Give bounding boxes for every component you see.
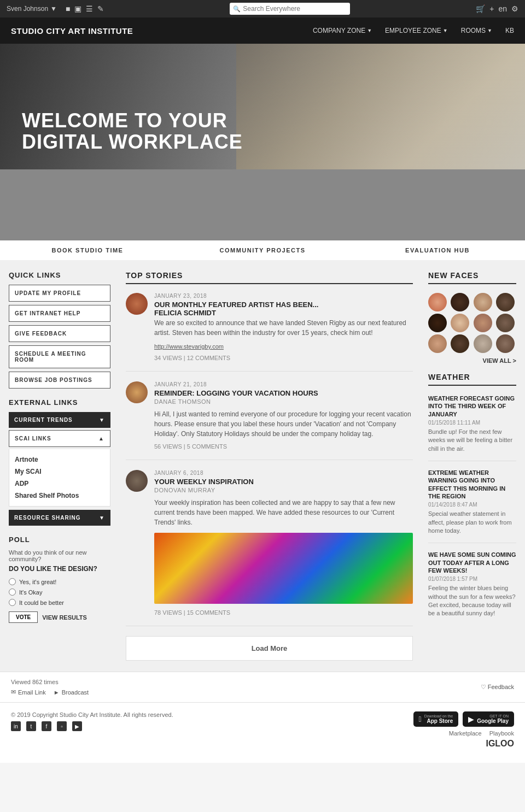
apple-icon:  xyxy=(419,715,422,723)
quick-image-evaluation[interactable]: EVALUATION HUB xyxy=(350,169,525,260)
hero-title: WELCOME TO YOUR DIGITAL WORKPLACE xyxy=(22,110,243,153)
weather-3-title: WE HAVE SOME SUN COMING OUT TODAY AFTER … xyxy=(428,551,516,574)
playbook-link[interactable]: Playbook xyxy=(489,730,514,737)
face-avatar[interactable] xyxy=(496,293,515,311)
face-avatar[interactable] xyxy=(474,334,492,353)
evaluation-label: EVALUATION HUB xyxy=(405,240,470,260)
give-feedback-btn[interactable]: GIVE FEEDBACK xyxy=(9,325,110,342)
twitter-icon[interactable]: t xyxy=(26,721,36,731)
face-avatar[interactable] xyxy=(496,334,515,353)
grid-icon[interactable]: ▣ xyxy=(74,4,81,13)
feedback-link[interactable]: ♡ Feedback xyxy=(481,684,514,691)
weather-2-date: 01/14/2018 8:47 AM xyxy=(428,502,516,508)
marketplace-link[interactable]: Marketplace xyxy=(449,730,482,737)
view-results-link[interactable]: VIEW RESULTS xyxy=(42,614,87,621)
quick-image-studio[interactable]: BOOK STUDIO TIME xyxy=(0,169,175,260)
site-logo[interactable]: STUDIO CITY ART INSTITUTE xyxy=(11,26,313,36)
settings-icon[interactable]: ⚙ xyxy=(511,4,518,13)
face-avatar[interactable] xyxy=(428,314,447,332)
nav-employee-zone[interactable]: EMPLOYEE ZONE ▼ xyxy=(385,27,448,34)
studio-image xyxy=(0,169,175,240)
instagram-icon[interactable]: ▫ xyxy=(57,721,67,731)
external-links-title: EXTERNAL LINKS xyxy=(9,398,110,407)
poll-option-2-label: It's Okay xyxy=(19,589,42,596)
footer: © 2019 Copyright Studio City Art Institu… xyxy=(0,702,525,763)
facebook-icon[interactable]: f xyxy=(42,721,51,731)
plus-icon[interactable]: + xyxy=(489,4,494,13)
poll-radio-3[interactable] xyxy=(9,599,16,606)
schedule-meeting-btn[interactable]: SCHEDULE A MEETING ROOM xyxy=(9,345,110,368)
email-link[interactable]: ✉ Email Link xyxy=(11,689,46,696)
story-item: JANUARY 21, 2018 REMINDER: LOGGING YOUR … xyxy=(126,381,413,460)
search-input[interactable] xyxy=(230,3,350,15)
new-faces-title: NEW FACES xyxy=(428,271,516,280)
browse-jobs-btn[interactable]: BROWSE JOB POSTINGS xyxy=(9,372,110,389)
face-avatar[interactable] xyxy=(474,293,492,311)
story-3-author: DONOVAN MURRAY xyxy=(154,487,413,493)
footer-meta: Viewed 862 times ✉ Email Link ► Broadcas… xyxy=(0,672,525,702)
poll-radio-1[interactable] xyxy=(9,578,16,585)
chevron-down-icon: ▼ xyxy=(99,417,105,423)
current-trends-accordion[interactable]: CURRENT TRENDS ▼ xyxy=(9,412,110,428)
scai-links-content: Artnote My SCAI ADP Shared Shelf Photos xyxy=(9,449,110,507)
youtube-icon[interactable]: ▶ xyxy=(72,721,82,731)
chat-icon[interactable]: ■ xyxy=(66,4,70,13)
list-icon[interactable]: ☰ xyxy=(86,4,93,13)
studio-label: BOOK STUDIO TIME xyxy=(52,240,124,260)
main-content: QUICK LINKS UPDATE MY PROFILE GET INTRAN… xyxy=(0,260,525,672)
face-avatar[interactable] xyxy=(428,293,447,311)
google-play-button[interactable]: ▶ GET IT ON Google Play xyxy=(463,711,514,727)
quick-image-community[interactable]: COMMUNITY PROJECTS xyxy=(175,169,350,260)
chevron-down-icon: ▼ xyxy=(367,28,372,33)
resource-sharing-accordion[interactable]: RESOURCE SHARING ▼ xyxy=(9,510,110,526)
story-1-title: OUR MONTHLY FEATURED ARTIST HAS BEEN...F… xyxy=(154,301,413,317)
linkedin-icon[interactable]: in xyxy=(11,721,21,731)
scai-links-accordion[interactable]: SCAI LINKS ▲ xyxy=(9,430,110,447)
broadcast-link[interactable]: ► Broadcast xyxy=(54,689,89,696)
load-more-button[interactable]: Load More xyxy=(126,636,413,661)
poll-actions: VOTE VIEW RESULTS xyxy=(9,611,110,623)
face-avatar[interactable] xyxy=(496,314,515,332)
shared-shelf-link[interactable]: Shared Shelf Photos xyxy=(15,490,104,502)
my-scai-link[interactable]: My SCAI xyxy=(15,466,104,478)
story-1-date: JANUARY 23, 2018 xyxy=(154,293,413,299)
app-store-button[interactable]:  Download on the App Store xyxy=(413,711,459,727)
face-avatar[interactable] xyxy=(451,314,469,332)
get-intranet-help-btn[interactable]: GET INTRANET HELP xyxy=(9,305,110,322)
google-play-text: GET IT ON Google Play xyxy=(477,714,509,724)
top-bar-right: 🛒 + en ⚙ xyxy=(476,4,518,13)
vote-button[interactable]: VOTE xyxy=(9,611,38,623)
edit-icon[interactable]: ✎ xyxy=(97,4,104,13)
poll-option-1[interactable]: Yes, it's great! xyxy=(9,578,110,585)
footer-social: in t f ▫ ▶ xyxy=(11,721,173,731)
chevron-down-icon: ▼ xyxy=(487,28,492,33)
top-bar-icons: ■ ▣ ☰ ✎ xyxy=(66,4,104,13)
face-avatar[interactable] xyxy=(428,334,447,353)
poll-section: POLL What do you think of our new commun… xyxy=(9,536,110,623)
story-1-link[interactable]: http://www.stevarigby.com xyxy=(154,343,224,350)
nav-company-zone[interactable]: COMPANY ZONE ▼ xyxy=(313,27,372,34)
weather-2-title: EXTREME WEATHER WARNING GOING INTO EFFEC… xyxy=(428,469,516,500)
hero-right-overlay xyxy=(236,44,525,169)
nav-kb[interactable]: KB xyxy=(505,27,514,34)
poll-option-3[interactable]: It could be better xyxy=(9,599,110,606)
artnote-link[interactable]: Artnote xyxy=(15,454,104,466)
face-avatar[interactable] xyxy=(451,334,469,353)
story-avatar-1 xyxy=(126,293,148,315)
view-all-link[interactable]: VIEW ALL > xyxy=(428,357,516,364)
adp-link[interactable]: ADP xyxy=(15,478,104,490)
poll-option-2[interactable]: It's Okay xyxy=(9,589,110,596)
quick-links-title: QUICK LINKS xyxy=(9,271,110,279)
cart-icon[interactable]: 🛒 xyxy=(476,4,485,13)
face-avatar[interactable] xyxy=(474,314,492,332)
poll-radio-2[interactable] xyxy=(9,589,16,596)
story-2-body: Hi All, I just wanted to remind everyone… xyxy=(154,409,413,439)
update-profile-btn[interactable]: UPDATE MY PROFILE xyxy=(9,285,110,302)
username: Sven Johnson xyxy=(7,5,48,13)
weather-1-date: 01/15/2018 11:11 AM xyxy=(428,420,516,426)
face-avatar[interactable] xyxy=(451,293,469,311)
email-icon: ✉ xyxy=(11,689,16,696)
user-menu[interactable]: Sven Johnson ▼ xyxy=(7,5,57,13)
language-icon[interactable]: en xyxy=(498,4,507,13)
nav-rooms[interactable]: ROOMS ▼ xyxy=(461,27,492,34)
